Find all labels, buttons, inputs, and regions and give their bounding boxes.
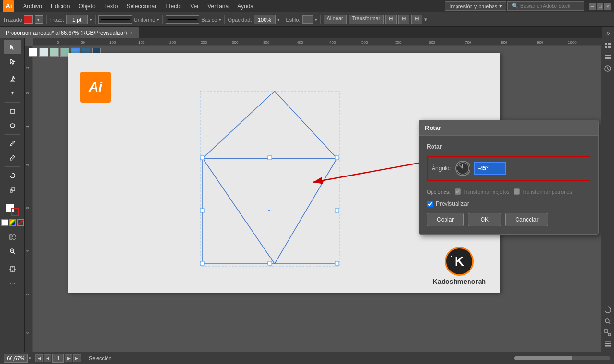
- right-btn-3[interactable]: [602, 63, 613, 74]
- dialog-body: Rotar Ángulo: Op: [419, 136, 598, 234]
- basico-label: Básico: [201, 17, 217, 23]
- text-tool[interactable]: T: [4, 87, 21, 100]
- svg-rect-82: [605, 346, 611, 347]
- none-btn[interactable]: [17, 219, 24, 226]
- menu-objeto[interactable]: Objeto: [74, 2, 99, 11]
- preview-checkbox[interactable]: [427, 201, 433, 207]
- angle-dial[interactable]: [455, 161, 470, 176]
- prev-page-btn[interactable]: ◀: [44, 354, 51, 362]
- uniforme-label: Uniforme: [134, 17, 156, 23]
- svg-text:5: 5: [25, 293, 30, 295]
- white-fill-btn[interactable]: [1, 219, 8, 226]
- ellipse-tool[interactable]: [4, 119, 21, 132]
- stroke-options[interactable]: ▾: [35, 15, 43, 24]
- arrange-btn[interactable]: ⊟: [398, 15, 409, 24]
- svg-text:4: 4: [25, 250, 30, 252]
- menu-texto[interactable]: Texto: [100, 2, 122, 11]
- pencil-tool[interactable]: [4, 151, 21, 164]
- dialog-title: Rotar: [425, 124, 441, 131]
- document-tab[interactable]: Proporcion aurea.ai* al 66,67% (RGB/Prev…: [0, 27, 139, 38]
- estilo-chip[interactable]: [302, 15, 313, 24]
- dialog-buttons: Copiar OK Cancelar: [427, 213, 590, 226]
- selection-tool[interactable]: [4, 40, 21, 54]
- more-tools-btn[interactable]: ···: [4, 277, 21, 290]
- svg-text:1: 1: [25, 125, 30, 128]
- stroke-chip[interactable]: [11, 208, 19, 216]
- menu-seleccionar[interactable]: Seleccionar: [122, 2, 160, 11]
- last-page-btn[interactable]: ▶|: [73, 354, 81, 362]
- swatch-1[interactable]: [39, 48, 48, 57]
- zoom-tool[interactable]: [4, 245, 21, 258]
- zoom-input[interactable]: [4, 354, 28, 363]
- svg-text:350: 350: [263, 40, 270, 45]
- page-nav: |◀ ◀ ▶ ▶|: [35, 354, 81, 363]
- pen-tool[interactable]: [4, 72, 21, 86]
- svg-rect-6: [13, 235, 15, 239]
- canvas-ai-logo: Ai: [80, 72, 111, 103]
- menu-ver[interactable]: Ver: [186, 2, 203, 11]
- dialog-title-bar: Rotar: [419, 120, 598, 136]
- svg-rect-65: [608, 43, 611, 45]
- trazo-label: Trazo:: [49, 17, 64, 23]
- gradient-btn[interactable]: [9, 219, 16, 226]
- extra-btn[interactable]: ⊞: [411, 15, 422, 24]
- menu-ayuda[interactable]: Ayuda: [233, 2, 257, 11]
- tab-close-btn[interactable]: ×: [130, 30, 133, 35]
- copy-button[interactable]: Copiar: [427, 213, 464, 226]
- tools-btn[interactable]: ⊞: [385, 15, 397, 24]
- right-layers-btn[interactable]: [602, 339, 613, 350]
- svg-text:100: 100: [109, 40, 116, 45]
- transform-patterns-check[interactable]: [514, 188, 520, 195]
- collapse-panels-btn[interactable]: »: [602, 27, 614, 38]
- angle-input[interactable]: [474, 162, 506, 175]
- options-label: Opciones:: [427, 189, 451, 195]
- close-button[interactable]: ✕: [604, 3, 611, 10]
- cancel-button[interactable]: Cancelar: [505, 213, 548, 226]
- page-input[interactable]: [52, 354, 64, 363]
- transform-objects-check[interactable]: [455, 188, 461, 195]
- minimize-button[interactable]: ─: [589, 3, 596, 10]
- right-btn-1[interactable]: [602, 40, 613, 51]
- toolbar-basico: Básico ▾: [166, 15, 225, 24]
- svg-text:450: 450: [329, 40, 336, 45]
- opacidad-input[interactable]: [254, 15, 276, 24]
- rectangle-tool[interactable]: [4, 105, 21, 118]
- svg-rect-81: [605, 341, 611, 342]
- trazo-input[interactable]: [66, 15, 88, 24]
- maximize-button[interactable]: □: [597, 3, 603, 10]
- right-rotate-btn[interactable]: [602, 305, 613, 315]
- first-page-btn[interactable]: |◀: [35, 354, 43, 362]
- menu-archivo[interactable]: Archivo: [19, 2, 46, 11]
- status-bar: ▾ |◀ ◀ ▶ ▶| Selección: [0, 352, 614, 364]
- artboard-tool[interactable]: [4, 262, 21, 276]
- menu-efecto[interactable]: Efecto: [161, 2, 185, 11]
- direct-selection-tool[interactable]: [4, 55, 21, 68]
- right-zoom-btn[interactable]: [602, 316, 613, 327]
- stroke-line-preview: [98, 15, 132, 24]
- alinear-btn[interactable]: Alinear: [324, 15, 347, 24]
- next-page-btn[interactable]: ▶: [65, 354, 72, 362]
- svg-text:250: 250: [201, 40, 207, 45]
- rotate-tool[interactable]: [4, 169, 21, 182]
- workspace-selector[interactable]: Impresión y pruebas ▾: [445, 1, 506, 11]
- right-fit-btn[interactable]: [602, 328, 613, 338]
- tool-separator-2: [5, 102, 20, 103]
- swatch-2[interactable]: [50, 48, 59, 57]
- paintbrush-tool[interactable]: [4, 137, 21, 150]
- menu-edicion[interactable]: Edición: [47, 2, 73, 11]
- reflect-tool[interactable]: [4, 230, 21, 244]
- preview-label: Previsualizar: [436, 200, 469, 207]
- menu-bar: Ai Archivo Edición Objeto Texto Seleccio…: [0, 0, 614, 12]
- ok-button[interactable]: OK: [468, 213, 501, 226]
- transformar-btn[interactable]: Transformar: [349, 15, 384, 24]
- stroke-color-chip[interactable]: [24, 15, 33, 24]
- color-chips: [4, 202, 21, 217]
- watermark-name: Kadoshmenorah: [433, 278, 486, 285]
- svg-rect-70: [605, 58, 611, 59]
- right-panel: [601, 38, 614, 352]
- scale-tool[interactable]: [4, 183, 21, 197]
- canvas-area[interactable]: 0 50 100 150 200 250 300 350 400 450 500…: [25, 38, 601, 352]
- stock-search[interactable]: 🔍 Buscar en Adobe Stock: [507, 1, 584, 11]
- menu-ventana[interactable]: Ventana: [204, 2, 232, 11]
- right-btn-2[interactable]: [602, 52, 613, 62]
